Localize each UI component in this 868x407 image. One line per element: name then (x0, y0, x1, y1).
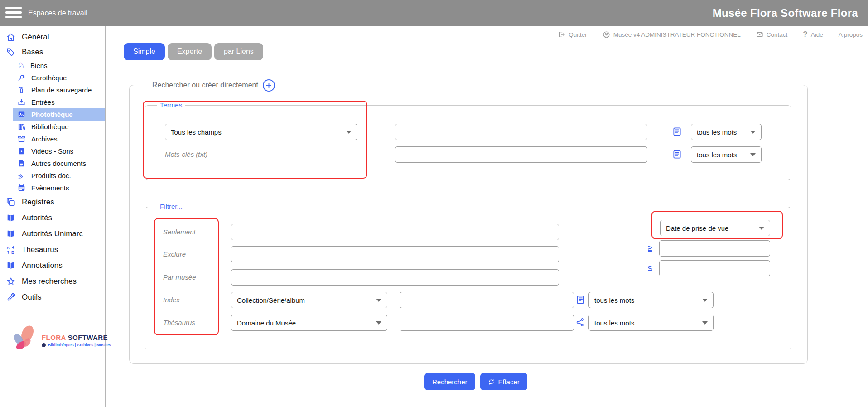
sidebar-item-outils[interactable]: Outils (0, 289, 105, 305)
sidebar-item-label: Entrées (31, 98, 55, 106)
books-icon (17, 122, 26, 131)
star-icon (6, 276, 16, 286)
gte-operator[interactable]: ≥ (648, 244, 652, 253)
terms-row2-match-select[interactable]: tous les mots (691, 146, 762, 163)
chevron-down-icon (750, 131, 756, 134)
search-button[interactable]: Rechercher (424, 373, 475, 390)
sidebar-item-produits-doc[interactable]: Produits doc. (13, 170, 105, 182)
panel-legend-label: Rechercher ou créer directement (152, 81, 258, 89)
app-window: Espaces de travail Musée Flora Software … (0, 0, 868, 407)
create-plus-button[interactable] (263, 79, 275, 92)
open-book-icon (6, 229, 16, 239)
sidebar-item-phototheque[interactable]: Photothèque (13, 108, 105, 121)
open-book-icon (6, 261, 16, 271)
terms-row1-match-select[interactable]: tous les mots (691, 124, 762, 140)
thesaurus-match-select[interactable]: tous les mots (588, 315, 714, 331)
tab-experte[interactable]: Experte (168, 43, 212, 60)
app-title: Musée Flora Software Flora (713, 0, 858, 26)
sidebar-item-archives[interactable]: Archives (13, 133, 105, 145)
sidebar-item-thesaurus[interactable]: AB Thesaurus (0, 242, 105, 257)
fire-extinguisher-icon (17, 86, 26, 94)
home-icon (6, 32, 16, 42)
sidebar-item-mes-recherches[interactable]: Mes recherches (0, 273, 105, 289)
index-select[interactable]: Collection/Série/album (231, 292, 387, 308)
sidebar-item-plan-de-sauvegarde[interactable]: Plan de sauvegarde (13, 84, 105, 96)
sidebar-item-carotheque[interactable]: Carothèque (13, 72, 105, 84)
brand-dot-icon (42, 343, 46, 347)
user-label: Musée v4 ADMINISTRATEUR FONCTIONNEL (613, 31, 741, 38)
quit-link[interactable]: Quitter (558, 31, 587, 38)
index-label: Index (163, 296, 180, 304)
lte-operator[interactable]: ≤ (648, 264, 652, 273)
inbox-download-icon (17, 98, 26, 107)
date-lte-input[interactable] (659, 260, 770, 276)
sidebar-item-label: Autorités Unimarc (22, 229, 83, 238)
chevron-down-icon (750, 153, 756, 156)
sidebar-item-label: Vidéos - Sons (31, 147, 73, 155)
index-match-select[interactable]: tous les mots (588, 292, 714, 308)
ab-sort-icon: AB (6, 245, 16, 255)
sidebar-item-autres-documents[interactable]: Autres documents (13, 157, 105, 170)
help-link[interactable]: ? Aide (803, 30, 823, 39)
index-input[interactable] (400, 292, 574, 308)
panel-legend: Rechercher ou créer directement (147, 79, 280, 92)
contact-link[interactable]: Contact (756, 31, 788, 38)
question-icon: ? (803, 30, 807, 39)
sidebar-item-bases[interactable]: Bases (0, 44, 105, 59)
svg-text:B: B (11, 250, 14, 255)
lookup-book-icon[interactable] (575, 295, 586, 305)
sidebar-item-biens[interactable]: ♘ Biens (13, 59, 105, 72)
thesaurus-select[interactable]: Domaine du Musée (231, 315, 387, 331)
core-sample-icon (17, 73, 26, 82)
search-panel: Rechercher ou créer directement Termes T… (129, 85, 808, 364)
clear-button[interactable]: Effacer (480, 373, 527, 390)
chevron-down-icon (376, 299, 381, 302)
tab-par-liens[interactable]: par Liens (214, 43, 263, 60)
terms-row1-input[interactable] (395, 124, 647, 140)
share-network-icon[interactable] (575, 317, 585, 327)
search-mode-tabs: Simple Experte par Liens (124, 43, 263, 60)
brand-tagline: Bibliothèques | Archives | Musées (42, 343, 111, 347)
menu-hamburger-icon[interactable] (5, 7, 22, 19)
user-icon (603, 31, 610, 39)
sidebar-item-annotations[interactable]: Annotations (0, 257, 105, 273)
document-icon (17, 159, 26, 168)
svg-text:A: A (6, 245, 10, 250)
tab-simple[interactable]: Simple (124, 43, 165, 60)
sidebar-item-label: Photothèque (31, 111, 73, 118)
top-bar: Espaces de travail Musée Flora Software … (0, 0, 868, 26)
filter-legend: Filtrer... (157, 203, 186, 210)
lookup-book-icon[interactable] (672, 149, 682, 160)
field-select[interactable]: Tous les champs (165, 124, 357, 140)
sidebar-item-registres[interactable]: Registres (0, 194, 105, 210)
about-link[interactable]: A propos (839, 31, 863, 38)
sidebar-item-autorites[interactable]: Autorités (0, 210, 105, 226)
user-menu[interactable]: Musée v4 ADMINISTRATEUR FONCTIONNEL (603, 31, 741, 39)
by-museum-input[interactable] (231, 269, 559, 286)
chevron-down-icon (376, 321, 381, 325)
contact-label: Contact (767, 31, 788, 38)
termes-fieldset: Termes Tous les champs tous les mots Mot… (145, 105, 791, 180)
sidebar: Général Bases ♘ Biens Carothèque (0, 26, 106, 407)
sidebar-item-entrees[interactable]: Entrées (13, 96, 105, 108)
only-input[interactable] (231, 224, 559, 240)
paper-fan-icon (17, 171, 26, 180)
exclude-input[interactable] (231, 246, 559, 262)
sidebar-item-label: Evènements (31, 184, 69, 192)
thesaurus-input[interactable] (400, 315, 574, 331)
sidebar-item-label: Outils (22, 293, 41, 302)
sidebar-item-bibliotheque[interactable]: Bibliothèque (13, 121, 105, 133)
help-label: Aide (811, 31, 823, 38)
clear-button-label: Effacer (498, 378, 520, 386)
terms-row2-input[interactable] (395, 146, 647, 163)
sidebar-item-label: Autorités (22, 213, 52, 223)
sidebar-item-evenements[interactable]: Evènements (13, 182, 105, 194)
sidebar-nav: Général Bases ♘ Biens Carothèque (0, 26, 105, 305)
lookup-book-icon[interactable] (672, 126, 682, 137)
date-gte-input[interactable] (659, 240, 770, 257)
sidebar-item-autorites-unimarc[interactable]: Autorités Unimarc (0, 226, 105, 242)
sidebar-item-videos-sons[interactable]: Vidéos - Sons (13, 145, 105, 157)
date-field-select[interactable]: Date de prise de vue (660, 220, 770, 236)
sidebar-item-label: Autres documents (31, 160, 86, 167)
sidebar-item-general[interactable]: Général (0, 29, 105, 44)
